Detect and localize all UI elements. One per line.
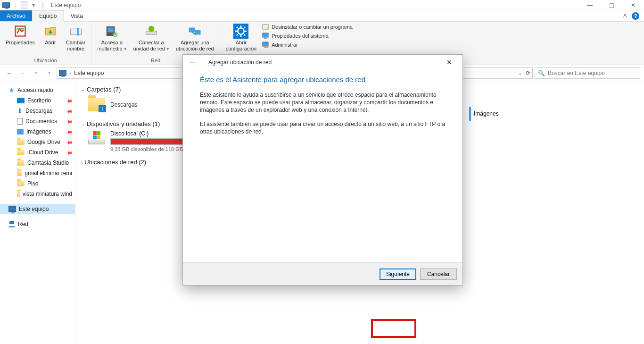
close-button[interactable]: ✕ (622, 0, 644, 10)
add-network-location-dialog: ← Agregar ubicación de red ✕ Éste es el … (182, 54, 463, 285)
search-box[interactable]: 🔍 (535, 67, 640, 79)
svg-rect-13 (267, 27, 269, 29)
svg-rect-4 (108, 28, 114, 33)
dialog-text-2: El asistente también se puede usar para … (200, 120, 446, 135)
nav-downloads[interactable]: ⬇Descargas📌 (0, 106, 75, 116)
address-icon (59, 70, 66, 76)
chevron-down-icon: ⌄ (81, 87, 85, 92)
add-location-button[interactable]: Agregar una ubicación de red (173, 23, 217, 53)
svg-rect-15 (264, 38, 267, 39)
system-props-button[interactable]: Propiedades del sistema (260, 32, 355, 40)
minimize-button[interactable]: — (579, 0, 601, 10)
nav-desktop[interactable]: Escritorio📌 (0, 95, 75, 106)
folder-icon (17, 150, 25, 155)
svg-rect-0 (15, 26, 25, 36)
search-input[interactable] (548, 70, 637, 76)
pin-icon: 📌 (66, 117, 73, 125)
qat-separator2: | (39, 1, 47, 9)
svg-rect-14 (263, 33, 268, 37)
nav-forward-button[interactable]: → (17, 67, 28, 79)
folder-icon (17, 139, 25, 145)
nav-network[interactable]: Red (0, 219, 75, 229)
breadcrumb-sep: › (69, 70, 71, 76)
qat-properties-icon[interactable] (21, 1, 28, 9)
monitor-icon (8, 206, 16, 212)
system-props-icon (262, 32, 270, 40)
folder-icon (17, 181, 25, 186)
pin-icon: 📌 (66, 97, 73, 104)
pin-icon: 📌 (66, 107, 73, 115)
folder-icon: ↓ (88, 98, 105, 111)
properties-button[interactable]: Propiedades (3, 23, 38, 47)
refresh-icon[interactable]: ⟳ (526, 70, 530, 76)
properties-icon (13, 24, 28, 39)
nav-icloud[interactable]: iCloud Drive📌 (0, 147, 75, 158)
svg-rect-1 (70, 29, 81, 34)
nav-this-pc[interactable]: Este equipo (0, 204, 75, 214)
nav-back-button[interactable]: ← (4, 67, 15, 79)
navigation-pane: ★Acceso rápido Escritorio📌 ⬇Descargas📌 D… (0, 81, 75, 344)
folder-images[interactable]: Imágenes (469, 107, 499, 121)
pin-icon: 📌 (66, 149, 73, 156)
nav-gdrive[interactable]: Google Drive📌 (0, 137, 75, 147)
nav-recent-dropdown[interactable]: ▾ (30, 67, 41, 79)
nav-documents[interactable]: Documentos📌 (0, 116, 75, 126)
svg-point-7 (149, 26, 155, 32)
connect-drive-button[interactable]: Conectar a unidad de red ▾ (131, 23, 172, 53)
rename-icon (68, 24, 83, 39)
tab-computer[interactable]: Equipo (32, 10, 64, 22)
tab-file[interactable]: Archivo (0, 10, 32, 21)
rename-button[interactable]: Cambiar nombre (63, 23, 89, 53)
gear-icon (233, 24, 248, 39)
ribbon-collapse-icon[interactable]: ᐱ (623, 13, 627, 19)
download-icon: ⬇ (17, 107, 23, 115)
chevron-right-icon: › (81, 159, 83, 165)
nav-piso[interactable]: Piso (0, 178, 75, 189)
drive-icon (88, 130, 106, 144)
media-access-button[interactable]: Acceso a multimedia ▾ (94, 23, 129, 53)
media-access-icon (104, 24, 119, 39)
images-icon (17, 129, 24, 134)
qat-dropdown-icon[interactable]: ▾ (29, 1, 38, 9)
open-button[interactable]: Abrir (39, 23, 62, 47)
help-icon[interactable]: ? (632, 12, 639, 20)
dialog-close-button[interactable]: ✕ (440, 56, 459, 69)
manage-icon (262, 41, 270, 49)
window-title: Este equipo (51, 2, 81, 8)
address-dropdown-icon[interactable]: ⌄ (518, 70, 522, 76)
svg-rect-8 (189, 28, 195, 33)
uninstall-button[interactable]: Desinstalar o cambiar un programa (260, 23, 355, 31)
chevron-down-icon: ⌄ (81, 121, 85, 126)
nav-gmail[interactable]: gmail eliminar remi (0, 168, 75, 178)
breadcrumb[interactable]: Este equipo (74, 70, 104, 76)
qat-separator: | (11, 1, 20, 9)
search-icon: 🔍 (538, 70, 545, 76)
nav-up-button[interactable]: ↑ (43, 67, 55, 79)
download-overlay-icon: ↓ (99, 105, 106, 112)
ribbon-group-location-label: Ubicación (3, 57, 88, 65)
open-config-button[interactable]: Abrir configuración (223, 23, 259, 53)
nav-quick-access[interactable]: ★Acceso rápido (0, 85, 75, 95)
nav-images[interactable]: Imágenes📌 (0, 126, 75, 137)
add-location-icon (187, 24, 202, 39)
chevron-down-icon: ▾ (166, 46, 169, 51)
nav-camtasia[interactable]: Camtasia Studio (0, 158, 75, 168)
manage-button[interactable]: Administrar (260, 41, 355, 49)
next-button[interactable]: Siguiente (380, 268, 416, 280)
maximize-button[interactable]: ▢ (601, 0, 622, 10)
cancel-button[interactable]: Cancelar (420, 268, 457, 280)
dialog-back-button[interactable]: ← (189, 58, 196, 67)
folder-icon (17, 191, 20, 197)
tab-view[interactable]: Vista (64, 10, 89, 21)
desktop-icon (17, 98, 25, 103)
connect-drive-icon (144, 24, 159, 39)
pin-icon: 📌 (66, 138, 73, 146)
nav-vista[interactable]: vista miniatura wind (0, 189, 75, 199)
open-icon (43, 24, 58, 39)
folder-icon (17, 160, 25, 166)
app-icon (2, 1, 10, 9)
pin-icon: 📌 (66, 128, 73, 135)
chevron-down-icon: ▾ (124, 46, 127, 51)
dialog-heading: Éste es el Asistente para agregar ubicac… (200, 76, 446, 84)
svg-rect-2 (77, 28, 79, 35)
